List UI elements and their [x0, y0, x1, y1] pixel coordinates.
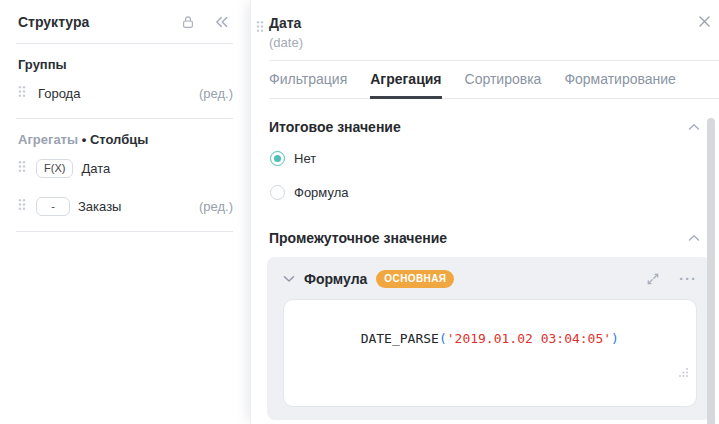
lock-icon[interactable] [180, 14, 196, 30]
settings-tabs: Фильтрация Агрегация Сортировка Форматир… [269, 61, 719, 99]
drag-handle-icon[interactable] [18, 85, 26, 101]
chevron-down-icon[interactable] [283, 275, 295, 283]
drag-handle-icon[interactable] [256, 19, 264, 37]
radio-circle-icon[interactable] [270, 185, 285, 200]
expand-icon[interactable] [646, 272, 660, 286]
page-title: Дата [269, 14, 301, 32]
formula-code-editor[interactable]: DATE_PARSE('2019.01.02 03:04:05') [283, 299, 697, 407]
close-icon[interactable] [698, 15, 711, 28]
field-settings-panel: Дата (date) Фильтрация Агрегация Сортиро… [250, 0, 719, 424]
total-value-section-header: Итоговое значение [269, 119, 700, 135]
code-string: '2019.01.02 03:04:05' [447, 331, 611, 346]
structure-sidebar: Структура Группы Города (ред.) Агрегаты … [0, 0, 250, 424]
chevron-up-icon[interactable] [688, 234, 700, 242]
field-type-subtitle: (date) [269, 35, 719, 50]
intermediate-value-section-header: Промежуточное значение [269, 230, 700, 246]
main-badge: ОСНОВНАЯ [376, 270, 454, 288]
tab-filtering[interactable]: Фильтрация [269, 61, 347, 99]
field-type-badge: F(X) [36, 159, 73, 178]
tab-formatting[interactable]: Форматирование [564, 61, 676, 99]
resize-grip-icon[interactable] [600, 348, 689, 399]
divider [16, 231, 233, 232]
formula-card-header: Формула ОСНОВНАЯ ··· [283, 265, 697, 293]
list-item-label: Дата [81, 161, 110, 176]
tab-aggregation[interactable]: Агрегация [370, 61, 441, 99]
chevron-up-icon[interactable] [688, 123, 700, 131]
section-title: Итоговое значение [269, 119, 401, 135]
radio-none[interactable]: Нет [270, 151, 719, 166]
formula-title: Формула [304, 271, 367, 287]
panel-header: Дата [251, 0, 719, 32]
vertical-scrollbar[interactable] [707, 118, 715, 424]
radio-formula[interactable]: Формула [270, 185, 719, 200]
total-value-options: Нет Формула [270, 151, 719, 200]
app-window: Структура Группы Города (ред.) Агрегаты … [0, 0, 719, 424]
drag-handle-icon[interactable] [18, 198, 26, 214]
formula-card: Формула ОСНОВНАЯ ··· DATE_PARSE('2019.01… [267, 257, 711, 420]
divider [16, 118, 233, 119]
field-type-badge: - [36, 197, 70, 216]
tab-sorting[interactable]: Сортировка [465, 61, 542, 99]
code-line: DATE_PARSE('2019.01.02 03:04:05') [361, 331, 619, 346]
list-item-data[interactable]: F(X) Дата [0, 151, 250, 185]
edit-link[interactable]: (ред.) [199, 199, 233, 214]
list-item-label: Заказы [78, 199, 121, 214]
divider [16, 43, 233, 44]
list-item-zakazy[interactable]: - Заказы (ред.) [0, 189, 250, 223]
sidebar-title: Структура [18, 14, 89, 30]
aggregates-section-label: Агрегаты • Столбцы [18, 132, 232, 147]
radio-circle-icon[interactable] [270, 151, 285, 166]
sidebar-header: Структура [0, 0, 250, 43]
edit-link[interactable]: (ред.) [199, 86, 233, 101]
drag-handle-icon[interactable] [18, 160, 26, 176]
ellipsis-menu-icon[interactable]: ··· [679, 274, 697, 284]
list-item-label: Города [38, 86, 80, 101]
groups-section-label: Группы [18, 57, 232, 72]
collapse-double-chevron-left-icon[interactable] [213, 15, 230, 29]
code-function: DATE_PARSE [361, 331, 439, 346]
list-item-goroda[interactable]: Города (ред.) [0, 76, 250, 110]
section-title: Промежуточное значение [269, 230, 447, 246]
